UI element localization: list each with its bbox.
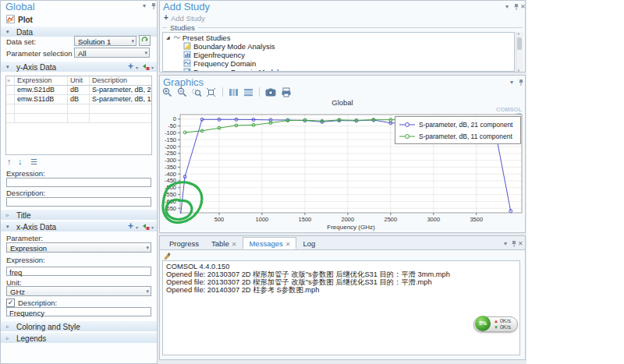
y-description-input[interactable]: [6, 197, 151, 207]
y-table-empty-row[interactable]: [6, 114, 151, 123]
tab-table[interactable]: Table✕: [205, 237, 243, 249]
scroll-down-icon[interactable]: ∨: [517, 68, 520, 72]
tab-progress[interactable]: Progress: [163, 237, 205, 249]
tab-close-icon[interactable]: ✕: [232, 241, 237, 248]
chevron-down-icon[interactable]: ▾: [510, 80, 513, 86]
tree-node-frequency-domain-modal[interactable]: Frequency-Domain Modal: [165, 68, 514, 72]
graphics-title: Graphics: [163, 76, 204, 88]
section-header-title[interactable]: ▹ Title: [1, 209, 157, 220]
tree-node-boundary-mode-analysis[interactable]: Boundary Mode Analysis: [165, 42, 514, 51]
tab-messages[interactable]: Messages✕: [243, 237, 296, 249]
plus-icon[interactable]: +: [164, 13, 168, 22]
tree-node-frequency-domain[interactable]: Frequency Domain: [165, 59, 514, 68]
network-speed-widget[interactable]: 5% ▲ 0K/s ▼ 0K/s: [473, 316, 518, 332]
y-table-row[interactable]: emw.S21dBdBS-parameter, dB, 21 co...: [6, 86, 151, 95]
add-expression-button[interactable]: +: [128, 62, 133, 72]
view-rows-icon[interactable]: [243, 87, 254, 99]
settings-panel-title: Global: [5, 1, 35, 12]
print-icon[interactable]: [281, 87, 292, 99]
section-header-x-axis-data[interactable]: ▾ x-Axis Data + ▾ ▾: [1, 221, 157, 231]
y-table-empty-row[interactable]: [6, 104, 151, 114]
x-tick-label: 3500: [470, 216, 483, 223]
y-tick-label: -150: [165, 136, 176, 143]
pin-icon[interactable]: [151, 2, 157, 12]
replace-expression-icon[interactable]: [142, 223, 150, 232]
zoom-box-icon[interactable]: [192, 87, 202, 99]
collapse-triangle-icon: ▹: [6, 323, 9, 330]
pin-icon[interactable]: [511, 240, 517, 249]
collapse-triangle-icon: ▾: [6, 64, 9, 70]
x-axis-label: Frequency (GHz): [327, 224, 375, 231]
tab-close-icon[interactable]: ✕: [285, 241, 291, 248]
x-tick-label: 1500: [299, 216, 312, 223]
move-up-icon[interactable]: ↑: [7, 157, 12, 166]
chevron-down-icon[interactable]: ▾: [151, 65, 154, 71]
scrollbar-thumb[interactable]: [517, 37, 522, 50]
zoom-extents-icon[interactable]: [206, 87, 216, 99]
x-tick-label: 500: [214, 216, 225, 223]
log-line: Opened file: 20140307 2D 柱参考 S参数图.mph: [166, 286, 516, 294]
studies-tree[interactable]: ◢Preset StudiesBoundary Mode AnalysisEig…: [162, 32, 515, 72]
y-tick-label: -400: [165, 171, 176, 178]
download-arrow-icon: ▼: [494, 325, 498, 330]
x-unit-combo[interactable]: GHz▾: [6, 286, 151, 296]
replace-expression-icon[interactable]: [142, 63, 150, 72]
tree-node-preset-studies[interactable]: ◢Preset Studies: [165, 34, 514, 42]
add-expression-button[interactable]: +: [128, 221, 133, 231]
view-columns-icon[interactable]: [229, 87, 239, 99]
x-tick-label: 2000: [342, 216, 355, 223]
y-tick-label: 0: [173, 115, 176, 122]
network-widget-sphere[interactable]: 5%: [475, 316, 491, 331]
download-speed: 0K/s: [500, 324, 511, 330]
x-description-input[interactable]: Frequency: [6, 307, 151, 316]
snapshot-camera-icon[interactable]: [265, 87, 276, 99]
y-tick-label: -100: [165, 129, 176, 136]
y-tick-label: -350: [165, 164, 176, 171]
legend-entry: S-parameter, dB, 11 component: [399, 130, 517, 142]
zoom-in-icon[interactable]: [162, 87, 172, 99]
messages-log[interactable]: COMSOL 4.4.0.150Opened file: 20130307 2D…: [162, 260, 520, 355]
pin-icon[interactable]: [513, 3, 519, 12]
pin-icon[interactable]: [518, 79, 524, 88]
toolbar-separator: [222, 87, 223, 97]
move-down-icon[interactable]: ↓: [18, 157, 23, 166]
x-expression-input[interactable]: freq: [6, 267, 151, 276]
y-tick-label: -300: [165, 157, 176, 164]
go-to-source-button[interactable]: [139, 35, 151, 46]
x-parameter-combo[interactable]: Expression▾: [6, 242, 151, 253]
add-study-title: Add Study: [163, 1, 210, 12]
collapse-triangle-icon: ▹: [6, 335, 9, 341]
section-header-legends[interactable]: ▹ Legends: [1, 332, 157, 343]
chevron-down-icon[interactable]: ▾: [136, 65, 138, 71]
collapse-triangle-icon: ▾: [6, 224, 9, 230]
section-header-y-axis-data[interactable]: ▾ y-Axis Data + ▾ ▾: [1, 61, 157, 72]
combo-arrow-icon: ▾: [146, 245, 149, 251]
section-header-coloring-style[interactable]: ▹ Coloring and Style: [1, 320, 157, 331]
scroll-up-icon[interactable]: ∧: [517, 31, 520, 36]
delete-all-icon[interactable]: ☰: [30, 157, 37, 166]
chevron-down-icon[interactable]: ▾: [505, 4, 509, 10]
data-set-combo[interactable]: Solution 1▾: [74, 36, 136, 46]
close-icon[interactable]: ✕: [520, 4, 526, 10]
y-expression-input[interactable]: [6, 178, 151, 187]
chevron-down-icon[interactable]: ▾: [143, 3, 146, 9]
tree-expand-icon[interactable]: ◢: [166, 34, 170, 42]
y-table-row[interactable]: emw.S11dBdBS-parameter, dB, 11 co...: [6, 95, 151, 104]
data-set-label: Data set:: [6, 37, 36, 46]
parameter-selection-combo[interactable]: All▾: [74, 48, 150, 58]
add-study-button[interactable]: Add Study: [171, 14, 205, 23]
y-table-header: »ExpressionUnitDescription: [6, 76, 151, 86]
legend-entry: S-parameter, dB, 21 component: [399, 118, 517, 130]
tree-node-eigenfrequency[interactable]: Eigenfrequency: [165, 51, 514, 59]
chevron-down-icon[interactable]: ▾: [504, 241, 507, 247]
chevron-down-icon[interactable]: ▾: [151, 224, 154, 231]
tab-log[interactable]: Log: [296, 237, 321, 249]
y-axis-table[interactable]: »ExpressionUnitDescriptionemw.S21dBdBS-p…: [5, 76, 152, 155]
plot-icon: [6, 15, 15, 25]
chevron-down-icon[interactable]: ▾: [136, 224, 138, 231]
section-header-data[interactable]: ▾ Data: [1, 26, 157, 37]
studies-scrollbar[interactable]: ∧ ∨: [516, 32, 523, 72]
close-icon[interactable]: ✕: [518, 241, 523, 247]
zoom-out-icon[interactable]: [177, 87, 187, 99]
description-checkbox[interactable]: ✓: [6, 299, 15, 307]
